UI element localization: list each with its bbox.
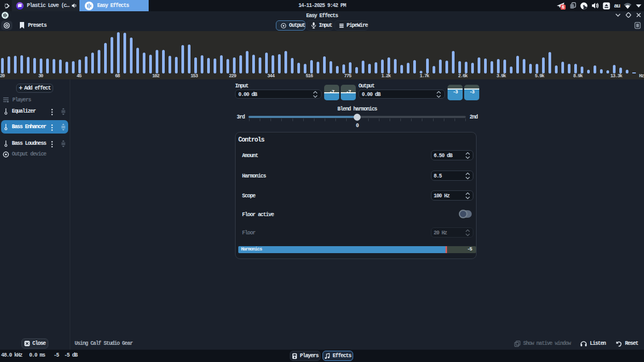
svg-text:6: 6 <box>562 5 565 10</box>
